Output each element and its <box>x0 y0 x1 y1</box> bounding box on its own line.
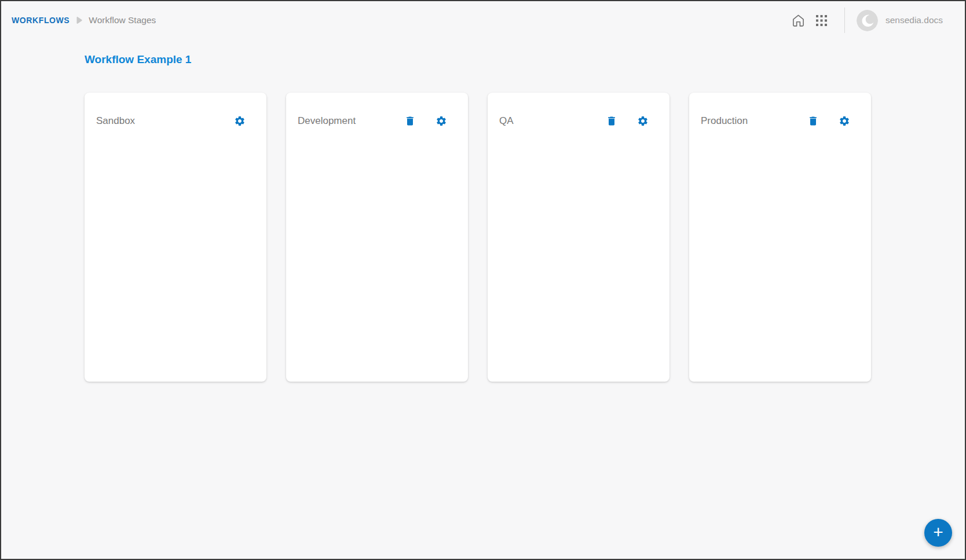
trash-icon <box>606 115 617 127</box>
stage-list: Sandbox Development <box>85 93 965 382</box>
stage-settings-button[interactable] <box>436 115 447 127</box>
apps-grid-button[interactable] <box>814 13 829 28</box>
gear-icon <box>234 115 246 127</box>
stage-name: Sandbox <box>96 115 135 127</box>
stage-card-header: Sandbox <box>85 93 266 127</box>
sensedia-logo-icon <box>857 10 878 31</box>
gear-icon <box>436 115 447 127</box>
home-icon <box>792 14 805 27</box>
gear-icon <box>839 115 850 127</box>
stage-card: Sandbox <box>85 93 266 382</box>
stage-card-header: Production <box>689 93 871 127</box>
account-menu[interactable]: sensedia.docs <box>857 10 943 31</box>
stage-card: Development <box>286 93 468 382</box>
stage-settings-button[interactable] <box>234 115 246 127</box>
account-name: sensedia.docs <box>885 15 943 25</box>
stage-name: Production <box>701 115 748 127</box>
app-window: WORKFLOWS Workflow Stages <box>0 0 966 560</box>
stage-card-header: Development <box>286 93 468 127</box>
breadcrumb-root-link[interactable]: WORKFLOWS <box>12 16 69 25</box>
delete-stage-button[interactable] <box>606 115 617 127</box>
trash-icon <box>404 115 416 127</box>
add-stage-fab[interactable]: + <box>924 519 952 547</box>
top-bar-actions: sensedia.docs <box>790 8 943 33</box>
stage-card-header: QA <box>488 93 669 127</box>
apps-grid-icon <box>815 14 828 27</box>
plus-icon: + <box>933 524 943 541</box>
header-divider <box>844 8 845 33</box>
home-button[interactable] <box>790 12 807 29</box>
top-bar: WORKFLOWS Workflow Stages <box>1 1 965 39</box>
stage-settings-button[interactable] <box>839 115 850 127</box>
stage-name: Development <box>298 115 356 127</box>
gear-icon <box>637 115 649 127</box>
stage-card-actions <box>807 115 850 127</box>
stage-card: QA <box>488 93 669 382</box>
stage-card-actions <box>234 115 246 127</box>
delete-stage-button[interactable] <box>404 115 416 127</box>
stage-name: QA <box>499 115 514 127</box>
delete-stage-button[interactable] <box>807 115 819 127</box>
content-area: Workflow Example 1 Sandbox Development <box>1 39 965 382</box>
stage-card-actions <box>606 115 649 127</box>
stage-card: Production <box>689 93 871 382</box>
stage-card-actions <box>404 115 447 127</box>
breadcrumb-current: Workflow Stages <box>89 15 156 25</box>
breadcrumb-separator-icon <box>76 17 82 24</box>
trash-icon <box>807 115 819 127</box>
breadcrumb: WORKFLOWS Workflow Stages <box>12 15 156 25</box>
stage-settings-button[interactable] <box>637 115 649 127</box>
page-title: Workflow Example 1 <box>85 53 965 66</box>
